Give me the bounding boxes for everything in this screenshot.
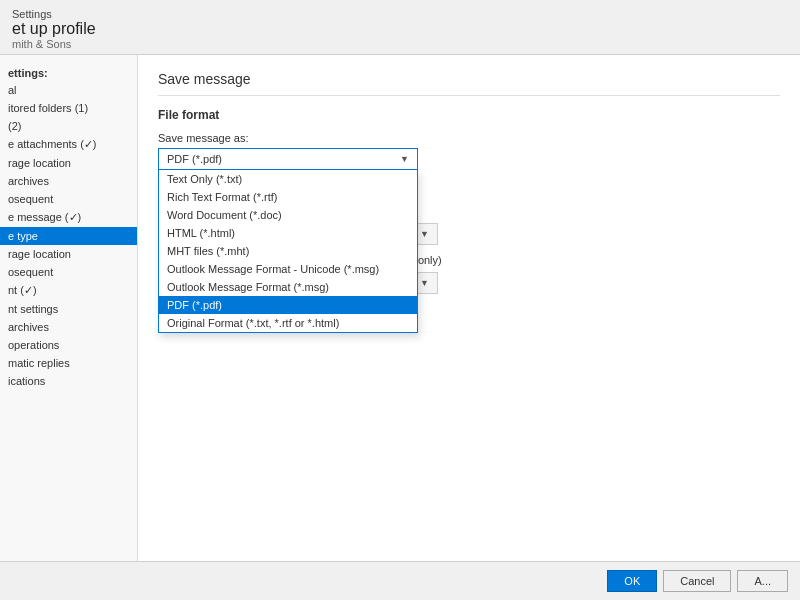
dropdown-option-original[interactable]: Original Format (*.txt, *.rtf or *.html) (159, 314, 417, 332)
sidebar-header: ettings: (0, 63, 137, 81)
bottom-bar: OK Cancel A... (0, 561, 800, 600)
sidebar-item-attachments[interactable]: e attachments (✓) (0, 135, 137, 154)
sidebar-item-operations[interactable]: operations (0, 336, 137, 354)
sidebar-item-applications[interactable]: ications (0, 372, 137, 390)
sidebar-item-general[interactable]: al (0, 81, 137, 99)
dropdown-option-msg-unicode[interactable]: Outlook Message Format - Unicode (*.msg) (159, 260, 417, 278)
dropdown-chevron-icon: ▼ (400, 154, 409, 164)
sidebar-item-automatic-replies[interactable]: matic replies (0, 354, 137, 372)
sidebar-item-save-message[interactable]: e message (✓) (0, 208, 137, 227)
content-area: Save message File format Save message as… (138, 55, 800, 561)
dropdown-option-msg[interactable]: Outlook Message Format (*.msg) (159, 278, 417, 296)
sidebar-item-storage-location-1[interactable]: rage location (0, 154, 137, 172)
save-format-dropdown-container: PDF (*.pdf) ▼ Text Only (*.txt)Rich Text… (158, 148, 418, 170)
dropdown-list: Text Only (*.txt)Rich Text Format (*.rtf… (158, 170, 418, 333)
sidebar-item-attachment-settings[interactable]: nt settings (0, 300, 137, 318)
sidebar-item-monitored-folders[interactable]: itored folders (1) (0, 99, 137, 117)
sidebar-item-attachment[interactable]: nt (✓) (0, 281, 137, 300)
ok-button[interactable]: OK (607, 570, 657, 592)
field-label: Save message as: (158, 132, 780, 144)
cancel-button[interactable]: Cancel (663, 570, 731, 592)
dropdown-selected-value: PDF (*.pdf) (167, 153, 222, 165)
content-title: Save message (158, 71, 780, 96)
main-content: ettings: alitored folders (1)(2)e attach… (0, 55, 800, 561)
section-title: File format (158, 108, 780, 122)
sidebar-item-item2[interactable]: (2) (0, 117, 137, 135)
sidebar: ettings: alitored folders (1)(2)e attach… (0, 55, 138, 561)
apply-button[interactable]: A... (737, 570, 788, 592)
profile-subtitle: mith & Sons (12, 38, 788, 50)
dropdown-option-mht[interactable]: MHT files (*.mht) (159, 242, 417, 260)
profile-title: et up profile (12, 20, 788, 38)
dropdown-option-rtf[interactable]: Rich Text Format (*.rtf) (159, 188, 417, 206)
main-window: Settings et up profile mith & Sons ettin… (0, 0, 800, 600)
dropdown-option-doc[interactable]: Word Document (*.doc) (159, 206, 417, 224)
dropdown-option-html[interactable]: HTML (*.html) (159, 224, 417, 242)
dropdown-option-txt[interactable]: Text Only (*.txt) (159, 170, 417, 188)
embed-msg-subdropdown-chevron-icon: ▼ (420, 229, 429, 239)
sidebar-item-file-type[interactable]: e type (0, 227, 137, 245)
sidebar-item-subsequent-2[interactable]: osequent (0, 263, 137, 281)
sidebar-item-archives-2[interactable]: archives (0, 318, 137, 336)
dropdown-option-pdf[interactable]: PDF (*.pdf) (159, 296, 417, 314)
sidebar-item-storage-location-2[interactable]: rage location (0, 245, 137, 263)
embed-embedded-subdropdown-chevron-icon: ▼ (420, 278, 429, 288)
sidebar-item-subsequent-1[interactable]: osequent (0, 190, 137, 208)
sidebar-item-archives-1[interactable]: archives (0, 172, 137, 190)
save-format-dropdown[interactable]: PDF (*.pdf) ▼ (158, 148, 418, 170)
title-bar: Settings et up profile mith & Sons (0, 0, 800, 55)
settings-label: Settings (12, 8, 788, 20)
